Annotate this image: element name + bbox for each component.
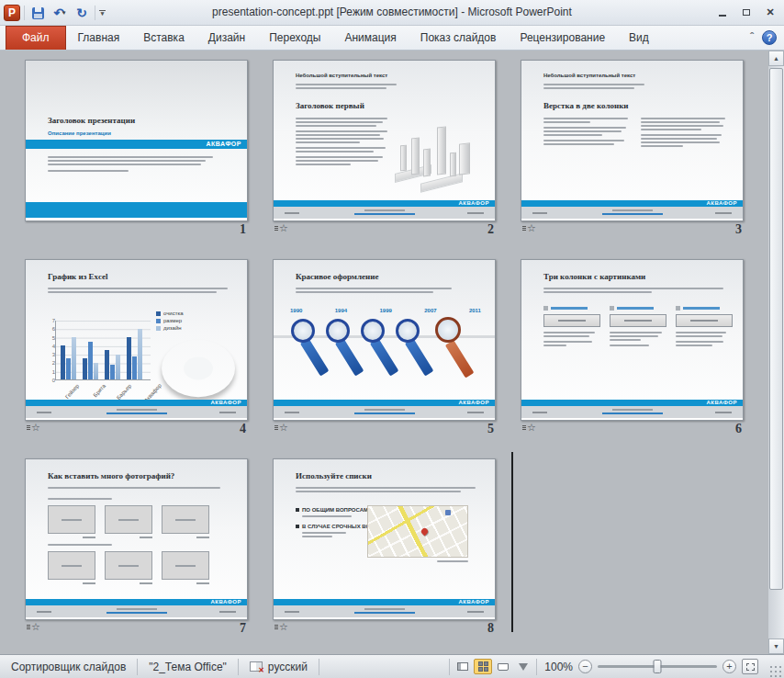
status-bar: Сортировщик слайдов "2_Тема Office" русс…: [0, 654, 784, 678]
zoom-in-button[interactable]: +: [722, 660, 736, 673]
zoom-out-button[interactable]: −: [578, 660, 592, 673]
photo-placeholder: [105, 551, 152, 580]
bullet-item: ПО ОБЩИМ ВОПРОСАМ: [296, 507, 368, 513]
tab-review[interactable]: Рецензирование: [508, 27, 617, 50]
photo-placeholder: [105, 505, 152, 534]
transition-star-icon[interactable]: ☆: [522, 223, 536, 233]
body-text-placeholder: [302, 515, 357, 519]
minimize-button[interactable]: [716, 6, 729, 18]
slide-thumbnail-8[interactable]: Используйте списки ПО ОБЩИМ ВОПРОСАМ В С…: [273, 458, 496, 620]
slide-footer: [26, 406, 247, 418]
column-icon: [676, 306, 680, 311]
slideshow-view-button[interactable]: [514, 659, 532, 674]
body-text-placeholder: [296, 288, 452, 295]
photo-placeholder: [48, 505, 95, 534]
status-language[interactable]: русский: [268, 661, 308, 673]
transition-star-icon[interactable]: ☆: [274, 622, 288, 632]
slide-thumbnail-7[interactable]: Как вставить много фотографий? АКВАФОР: [25, 458, 248, 620]
tab-file[interactable]: Файл: [6, 26, 66, 50]
tab-slideshow[interactable]: Показ слайдов: [409, 27, 509, 50]
body-text-placeholder: [641, 118, 725, 149]
zoom-slider-thumb[interactable]: [654, 660, 662, 673]
column-icon: [543, 306, 548, 311]
minimize-ribbon-caret-icon[interactable]: ˆ: [750, 31, 754, 44]
reading-view-icon: [498, 663, 509, 671]
transition-star-icon[interactable]: ☆: [522, 423, 536, 433]
slide-title: Заголовок презентации: [48, 116, 135, 125]
tab-transitions[interactable]: Переходы: [257, 27, 332, 50]
brand-logo: АКВАФОР: [706, 200, 737, 207]
slide-number: 1: [240, 222, 246, 237]
transition-star-icon[interactable]: ☆: [27, 423, 40, 433]
zoom-slider[interactable]: [598, 665, 717, 668]
tab-insert[interactable]: Вставка: [131, 27, 196, 50]
column-header-placeholder: [683, 307, 720, 310]
year-label: 1990: [290, 308, 302, 313]
transition-star-icon[interactable]: ☆: [27, 622, 40, 632]
brand-band: АКВАФОР: [521, 200, 743, 207]
tab-animations[interactable]: Анимация: [332, 27, 408, 50]
transition-star-icon[interactable]: ☆: [274, 423, 288, 433]
resize-grip[interactable]: [769, 665, 782, 678]
photo-placeholder: [48, 551, 95, 580]
help-icon[interactable]: ?: [762, 30, 777, 45]
year-label: 2007: [424, 308, 436, 313]
map-image: [367, 505, 468, 558]
slide-footer: [274, 406, 495, 418]
year-label: 2011: [469, 308, 481, 313]
slide-number: 3: [735, 222, 742, 237]
transition-star-icon[interactable]: ☆: [274, 223, 288, 233]
body-text-placeholder: [543, 288, 723, 295]
legend-label: размер: [163, 318, 182, 323]
slide-title: График из Excel: [48, 272, 108, 281]
brand-logo: АКВАФОР: [206, 140, 241, 149]
view-shortcut-buttons: [449, 659, 536, 675]
slide-thumbnail-5[interactable]: Красивое оформление 1990 1994 1999 2007 …: [273, 259, 496, 421]
tab-home[interactable]: Главная: [66, 27, 132, 50]
scrollbar-thumb[interactable]: [769, 68, 783, 590]
slide-thumbnail-4[interactable]: График из Excel 76543210 ГейзерБритаБарь…: [25, 259, 248, 421]
brand-logo: АКВАФОР: [458, 599, 489, 605]
slide-number: 4: [240, 422, 246, 436]
year-label: 1999: [379, 308, 391, 313]
slide-title: Заголовок первый: [296, 101, 364, 110]
body-text-placeholder: [296, 84, 397, 91]
slide-thumbnail-1[interactable]: Заголовок презентации Описание презентац…: [25, 60, 248, 221]
body-text-placeholder: [48, 487, 228, 491]
row-label-placeholder: [48, 498, 112, 502]
excel-bar-chart: 76543210: [46, 317, 151, 385]
brand-band: АКВАФОР: [26, 400, 247, 406]
slide-sorter-view-button[interactable]: [474, 659, 492, 674]
status-theme-name[interactable]: "2_Тема Office": [138, 659, 239, 675]
zoom-level[interactable]: 100%: [544, 661, 573, 673]
status-spellcheck[interactable]: русский: [239, 659, 319, 675]
picture-button-placeholder: [610, 314, 666, 327]
bullet-square-icon: [296, 525, 299, 528]
scroll-up-arrow-icon[interactable]: ▲: [768, 51, 784, 66]
slide-thumbnail-6[interactable]: Три колонки с картинками: [521, 259, 744, 421]
status-view-name[interactable]: Сортировщик слайдов: [0, 659, 138, 675]
reading-view-button[interactable]: [494, 659, 512, 674]
scroll-down-arrow-icon[interactable]: ▼: [768, 638, 784, 654]
slide-thumbnail-3[interactable]: Небольшой вступительный текст Верстка в …: [521, 60, 744, 221]
body-text-placeholder: [296, 118, 387, 167]
body-text-placeholder: [543, 84, 644, 91]
tab-design[interactable]: Дизайн: [196, 27, 257, 50]
fit-to-window-button[interactable]: [742, 659, 758, 674]
vertical-scrollbar[interactable]: ▲ ▼: [768, 51, 784, 654]
normal-view-button[interactable]: [454, 659, 472, 674]
body-text-placeholder: [48, 156, 228, 174]
picture-column: [610, 306, 666, 348]
brand-band: АКВАФОР: [274, 599, 495, 605]
brand-logo: АКВАФОР: [458, 200, 489, 207]
brand-band: АКВАФОР: [26, 599, 247, 605]
green-donut-chart: [162, 332, 235, 389]
tab-view[interactable]: Вид: [617, 27, 661, 50]
slide-intro-heading: Небольшой вступительный текст: [543, 73, 635, 78]
column-header-placeholder: [551, 307, 588, 310]
slide-thumbnail-2[interactable]: Небольшой вступительный текст Заголовок …: [273, 60, 496, 221]
excel-chart-legend: очистка размер дизайн: [156, 311, 184, 333]
excel-chart-yticks: 76543210: [46, 317, 55, 385]
restore-button[interactable]: [740, 6, 753, 18]
close-button[interactable]: ✕: [764, 6, 777, 18]
